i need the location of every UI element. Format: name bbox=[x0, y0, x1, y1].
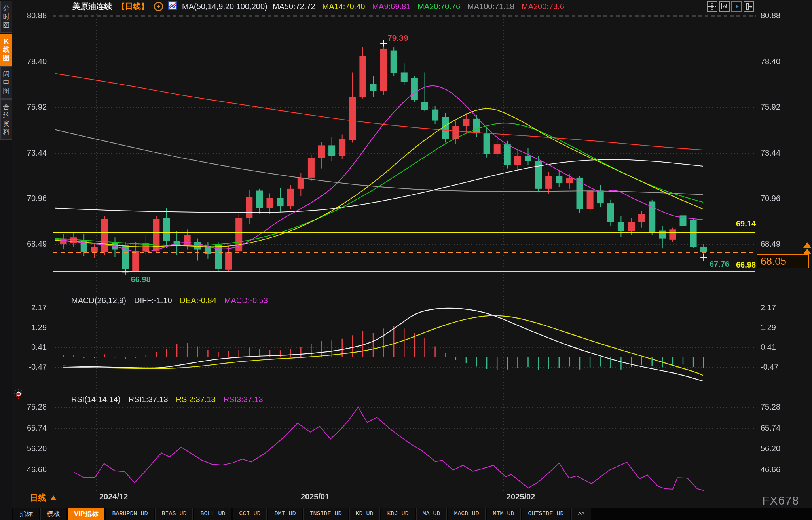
ma-value-label: MA200:73.6 bbox=[522, 2, 564, 11]
axis-range-icon[interactable] bbox=[719, 1, 730, 12]
bottom-tab-模板[interactable]: 模板 bbox=[40, 508, 66, 520]
chart-toolbar bbox=[707, 1, 754, 12]
rsi-alert-icon bbox=[13, 389, 24, 400]
bottom-tab-MACD_UD[interactable]: MACD_UD bbox=[448, 508, 486, 520]
period-tag: 【日线】 bbox=[117, 1, 149, 12]
ma-value-label: MA100:71.18 bbox=[467, 2, 514, 11]
period-selector[interactable]: 日线 bbox=[30, 492, 57, 503]
price-up-arrow-icon bbox=[803, 242, 811, 248]
axis-play-icon[interactable] bbox=[731, 1, 742, 12]
bottom-tab-VIP指标[interactable]: VIP指标 bbox=[68, 508, 104, 520]
bottom-tab-BARUPDN_UD[interactable]: BARUPDN_UD bbox=[106, 508, 154, 520]
sidebar-tab-K线图[interactable]: K线图 bbox=[0, 34, 12, 66]
indicator-chart-icon[interactable] bbox=[168, 1, 177, 12]
bottom-tab-BIAS_UD[interactable]: BIAS_UD bbox=[155, 508, 193, 520]
bottom-tab-CCI_UD[interactable]: CCI_UD bbox=[233, 508, 267, 520]
bottom-tab-KD_UD[interactable]: KD_UD bbox=[349, 508, 380, 520]
symbol-name: 美原油连续 bbox=[72, 1, 112, 12]
ma-values: MA50:72.72MA14:70.40MA9:69.81MA20:70.76M… bbox=[273, 2, 564, 11]
bottom-tab-KDJ_UD[interactable]: KDJ_UD bbox=[381, 508, 415, 520]
bottom-tab-BOLL_UD[interactable]: BOLL_UD bbox=[194, 508, 231, 520]
sidebar-tab-合约资料[interactable]: 合约资料 bbox=[0, 99, 12, 140]
bottom-tab->>[interactable]: >> bbox=[571, 508, 591, 520]
dock-right-icon[interactable] bbox=[744, 1, 754, 12]
trading-app-window: 分时图K线图闪电图合约资料 美原油连续 【日线】 + MA(50,14,9,20… bbox=[0, 0, 812, 520]
ma-value-label: MA14:70.40 bbox=[323, 2, 365, 11]
indicator-tab-bar: 指标模板VIP指标BARUPDN_UDBIAS_UDBOLL_UDCCI_UDD… bbox=[12, 508, 812, 520]
price-up-arrow-icon bbox=[803, 249, 811, 254]
bottom-tab-MA_UD[interactable]: MA_UD bbox=[416, 508, 447, 520]
watermark: FX678 bbox=[762, 494, 799, 507]
ma-settings-label: MA(50,14,9,20,100,200) bbox=[182, 2, 268, 11]
sidebar-tab-闪电图[interactable]: 闪电图 bbox=[0, 66, 12, 99]
bottom-tab-DMI_UD[interactable]: DMI_UD bbox=[268, 508, 302, 520]
bottom-tab-OUTSIDE_UD[interactable]: OUTSIDE_UD bbox=[522, 508, 570, 520]
last-price-callout: 68.05 bbox=[757, 254, 809, 268]
add-overlay-icon[interactable]: + bbox=[154, 2, 163, 11]
left-chart-mode-sidebar: 分时图K线图闪电图合约资料 bbox=[0, 0, 12, 520]
sidebar-tab-分时图[interactable]: 分时图 bbox=[0, 1, 12, 33]
chart-header: 美原油连续 【日线】 + MA(50,14,9,20,100,200) MA50… bbox=[72, 1, 564, 11]
ma-value-label: MA9:69.81 bbox=[372, 2, 410, 11]
ma-value-label: MA50:72.72 bbox=[273, 2, 315, 11]
crosshair-icon[interactable] bbox=[707, 1, 717, 12]
triangle-up-icon bbox=[50, 495, 57, 500]
ma-value-label: MA20:70.76 bbox=[417, 2, 460, 11]
period-selector-label: 日线 bbox=[30, 492, 46, 503]
bottom-tab-指标[interactable]: 指标 bbox=[13, 508, 39, 520]
bottom-tab-INSIDE_UD[interactable]: INSIDE_UD bbox=[303, 508, 348, 520]
bottom-tab-MTM_UD[interactable]: MTM_UD bbox=[487, 508, 521, 520]
price-chart-canvas[interactable] bbox=[0, 0, 812, 520]
